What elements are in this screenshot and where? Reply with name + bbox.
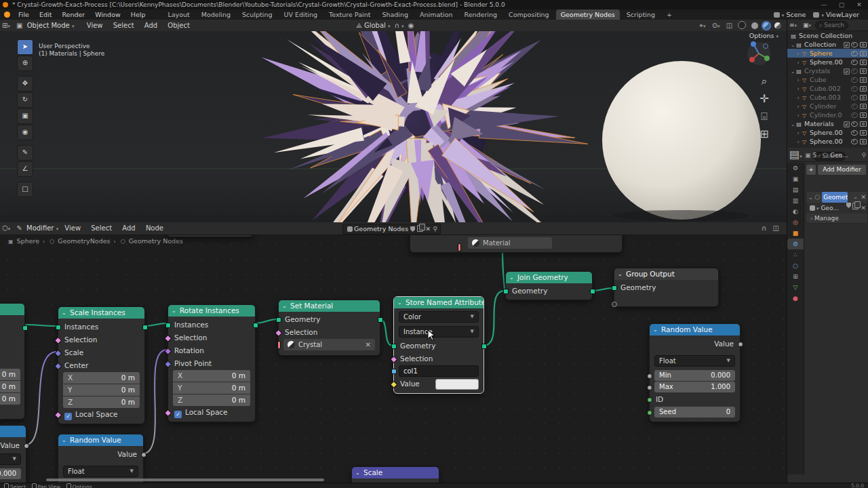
shading-wireframe-icon[interactable] (738, 21, 746, 29)
scale-input-socket[interactable] (54, 349, 62, 357)
node-editor-mode-dropdown[interactable]: Modifier ▾ (26, 224, 58, 232)
node-rotate-instances[interactable]: ⌄Rotate Instances Instances Selection Ro… (167, 304, 256, 422)
blender-menu-icon[interactable] (4, 12, 10, 18)
eye-icon[interactable] (851, 42, 858, 47)
collection-checkbox[interactable]: ✓ (844, 68, 850, 75)
properties-editor-type-icon[interactable]: ▤▾ (787, 148, 804, 163)
outliner-row-cylinder[interactable]: ›▽ Cylinder (787, 102, 868, 110)
new-tree-copy-icon[interactable] (417, 225, 423, 232)
material-input-socket[interactable] (277, 341, 281, 349)
workspace-tab-modeling[interactable]: Modeling (197, 9, 235, 20)
tab-tool-icon[interactable]: ⚙ (787, 163, 804, 174)
expand-icon[interactable]: › (795, 76, 801, 84)
min-field[interactable]: 0.000 (0, 468, 21, 479)
x-field[interactable]: X0 m (63, 372, 140, 384)
expand-icon[interactable]: ⌄ (790, 67, 795, 75)
workspace-tab-compositing[interactable]: Compositing (504, 9, 554, 20)
display-mode-icon[interactable]: ▣▾ (801, 20, 813, 31)
node-header[interactable]: ⌄Scale Instances (58, 307, 144, 319)
eye-icon[interactable] (851, 68, 858, 74)
add-modifier-button[interactable]: Add Modifier (817, 164, 867, 176)
outliner-row-scene-collection[interactable]: ▤ Scene Collection (787, 31, 868, 40)
node-partial-left-geometry[interactable]: 0 m 0 m 0 m (0, 303, 25, 420)
node-header[interactable]: ⌄Group Output (614, 268, 718, 280)
eye-icon[interactable] (851, 95, 858, 100)
fake-user-shield-icon[interactable] (846, 203, 851, 208)
camera-render-icon[interactable] (860, 86, 867, 92)
camera-render-icon[interactable] (860, 68, 867, 74)
node-editor-type-icon[interactable]: ⬡▾ (0, 222, 12, 235)
node-editor-hscrollbar[interactable] (46, 479, 324, 481)
instances-input-socket[interactable] (56, 325, 61, 330)
viewport-menu-object[interactable]: Object (163, 20, 194, 31)
material-socket[interactable] (458, 243, 461, 251)
3d-viewport[interactable]: ➤ ⊕ ✥ ↻ ▣ ◉ ✎ ∠ □ User Perspective (1) M… (0, 31, 787, 222)
center-input-socket[interactable] (54, 362, 62, 369)
collection-checkbox[interactable]: ✓ (844, 121, 850, 127)
camera-render-icon[interactable] (860, 77, 867, 83)
tab-world-icon[interactable]: ◎ (787, 217, 804, 228)
workspace-tab-shading[interactable]: Shading (377, 9, 413, 20)
tool-move-icon[interactable]: ✥ (17, 76, 33, 92)
camera-render-icon[interactable] (860, 139, 867, 144)
x-field[interactable]: X0 m (173, 370, 250, 382)
pin-icon[interactable]: ⚲ (433, 225, 437, 232)
tab-modifiers-icon[interactable]: ⚙ (787, 239, 804, 249)
tool-select-icon[interactable]: ➤ (17, 39, 33, 55)
local-space-input-socket[interactable] (164, 409, 172, 416)
outliner-row-cylinder-001[interactable]: ›▽ Cylinder.0 (787, 110, 868, 119)
z-field[interactable]: Z0 m (173, 394, 250, 406)
virtual-input-socket[interactable] (612, 302, 617, 307)
y-field[interactable]: Y0 m (63, 384, 140, 396)
outliner-row-sphere[interactable]: ›▽ Sphere (787, 49, 868, 58)
camera-view-icon[interactable]: ⌻ (759, 110, 770, 123)
tool-add-cube-icon[interactable]: □ (17, 182, 33, 197)
node-header[interactable]: ⌄Scale (352, 467, 439, 479)
geometry-input-socket[interactable] (276, 317, 281, 323)
move-view-icon[interactable]: ✛ (759, 92, 770, 105)
tab-object-icon[interactable]: ■ (787, 228, 804, 239)
value-input-socket[interactable] (390, 380, 397, 388)
material-selector[interactable]: Crystal ✕ (283, 339, 375, 350)
node-menu-view[interactable]: View (60, 222, 85, 235)
eye-icon[interactable] (851, 104, 858, 109)
outliner-search-input[interactable]: ⌕ Search (815, 21, 848, 30)
camera-render-icon[interactable] (860, 42, 867, 47)
eye-icon[interactable] (851, 60, 858, 65)
browse-tree-icon[interactable] (347, 226, 353, 232)
node-header[interactable] (0, 426, 26, 437)
tab-render-icon[interactable]: ▣ (787, 174, 804, 184)
outliner-row-cube[interactable]: ›▽ Cube (787, 75, 868, 84)
xray-toggle-icon[interactable]: ◫ (724, 20, 734, 31)
name-input-socket[interactable] (391, 369, 397, 374)
shading-rendered-icon[interactable] (774, 22, 781, 29)
manage-section[interactable]: › Manage (806, 214, 867, 223)
max-field[interactable]: Max1.000 (654, 382, 735, 392)
node-header[interactable]: ⌄Random Value (58, 434, 143, 446)
eye-icon[interactable] (851, 121, 858, 127)
toggle-ortho-icon[interactable]: ⊞ (759, 127, 770, 140)
expand-icon[interactable]: ⌄ (808, 195, 813, 201)
selection-input-socket[interactable] (54, 336, 62, 344)
proportional-edit-icon[interactable]: ◉ (406, 20, 416, 31)
expand-icon[interactable]: › (795, 102, 801, 110)
shading-material-icon[interactable] (763, 22, 770, 29)
fake-user-shield-icon[interactable] (410, 226, 415, 232)
eye-icon[interactable] (851, 51, 858, 56)
workspace-tab-layout[interactable]: Layout (163, 9, 195, 20)
eye-icon[interactable] (851, 77, 858, 83)
seed-field[interactable]: Seed0 (654, 407, 735, 418)
material-selector[interactable]: Material (468, 237, 552, 249)
node-random-value-left[interactable]: Value ▼ 0.000 (0, 425, 26, 483)
workspace-tab-uv-editing[interactable]: UV Editing (279, 9, 322, 20)
instances-output-socket[interactable] (253, 323, 258, 328)
selection-input-socket[interactable] (275, 329, 282, 336)
data-type-dropdown[interactable]: Color▼ (399, 311, 479, 323)
eye-icon[interactable] (851, 86, 858, 92)
tab-scene-icon[interactable]: ◐ (787, 206, 804, 217)
outliner-row-crystals[interactable]: ⌄▤ Crystals ✓ (787, 66, 868, 75)
tool-cursor-icon[interactable]: ⊕ (17, 56, 33, 71)
tab-particles-icon[interactable]: ∴ (787, 249, 804, 260)
camera-render-icon[interactable] (860, 60, 867, 65)
filter-icon[interactable]: ≡▾ (787, 20, 799, 31)
